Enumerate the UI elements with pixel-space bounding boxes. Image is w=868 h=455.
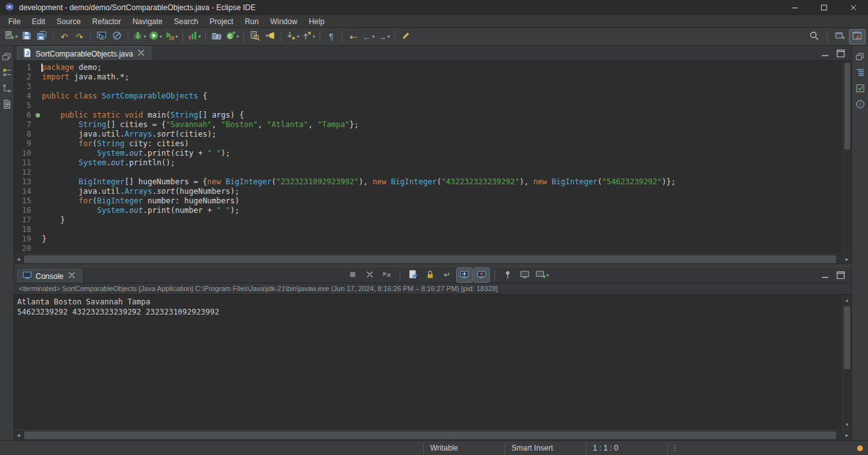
outline-button[interactable]: [855, 67, 866, 78]
coverage-dropdown-icon[interactable]: ▾: [198, 34, 201, 39]
remove-all-terminated-button[interactable]: [379, 268, 395, 282]
search-button[interactable]: [262, 30, 278, 44]
restore-right-views-button[interactable]: [855, 51, 866, 62]
line-number[interactable]: 5: [14, 101, 34, 111]
scrollbar-thumb[interactable]: [844, 63, 850, 149]
new-java-class-button[interactable]: C▾: [224, 30, 240, 44]
line-number[interactable]: 13: [14, 177, 34, 187]
help-button[interactable]: i: [855, 98, 866, 110]
line-number[interactable]: 8: [14, 130, 34, 139]
new-java-project-button[interactable]: J: [209, 30, 224, 44]
open-type-button[interactable]: [247, 30, 262, 44]
menu-window[interactable]: Window: [264, 16, 303, 27]
line-number[interactable]: 19: [14, 234, 34, 244]
line-number[interactable]: 17: [14, 215, 34, 225]
line-number[interactable]: 4: [14, 92, 34, 101]
menu-source[interactable]: Source: [51, 16, 86, 27]
window-close-button[interactable]: [839, 0, 868, 15]
open-perspective-button[interactable]: [832, 30, 848, 44]
line-number[interactable]: 15: [14, 196, 34, 206]
line-number[interactable]: 12: [14, 168, 34, 177]
open-file-button[interactable]: [1, 98, 13, 110]
notification-icon[interactable]: [857, 445, 863, 451]
forward-button[interactable]: →▾: [376, 30, 391, 44]
task-list-button[interactable]: [855, 83, 866, 94]
scroll-up-icon[interactable]: ▴: [843, 295, 851, 305]
window-minimize-button[interactable]: [780, 0, 810, 15]
minimize-view-button[interactable]: [820, 48, 831, 59]
java-perspective-button[interactable]: J: [850, 30, 865, 44]
run-button[interactable]: ▾: [147, 30, 163, 44]
menu-refactor[interactable]: Refactor: [86, 16, 126, 27]
debug-dropdown-icon[interactable]: ▾: [144, 34, 146, 39]
editor-tab-close-icon[interactable]: [136, 48, 146, 60]
menu-run[interactable]: Run: [239, 16, 264, 27]
forward-dropdown-icon[interactable]: ▾: [388, 34, 390, 39]
console-horizontal-scrollbar[interactable]: ◂ ▸: [14, 430, 851, 440]
scroll-down-icon[interactable]: ▾: [843, 419, 851, 430]
show-whitespace-button[interactable]: ¶: [323, 30, 339, 44]
back-button[interactable]: ←▾: [361, 30, 376, 44]
menu-help[interactable]: Help: [303, 16, 330, 27]
console-vertical-scrollbar[interactable]: ▴ ▾: [842, 295, 851, 430]
next-annotation-dropdown-icon[interactable]: ▾: [297, 34, 299, 39]
last-edit-location-button[interactable]: ⇠: [346, 30, 361, 44]
show-console-stdout-button[interactable]: [457, 268, 472, 282]
save-all-button[interactable]: [34, 30, 50, 44]
menu-file[interactable]: File: [3, 16, 26, 27]
maximize-view-button[interactable]: [835, 48, 846, 59]
type-hierarchy-button[interactable]: [1, 83, 13, 94]
line-number[interactable]: 18: [14, 225, 34, 234]
line-number[interactable]: 7: [14, 120, 34, 130]
menu-search[interactable]: Search: [168, 16, 204, 27]
run-dropdown-icon[interactable]: ▾: [159, 34, 162, 39]
new-java-class-dropdown-icon[interactable]: ▾: [236, 34, 239, 39]
remove-launch-button[interactable]: [362, 268, 377, 282]
run-external-tools-dropdown-icon[interactable]: ▾: [175, 34, 178, 39]
window-maximize-button[interactable]: [810, 0, 839, 15]
console-tab[interactable]: Console: [17, 269, 82, 283]
restore-left-views-button[interactable]: [1, 51, 13, 62]
line-number[interactable]: 16: [14, 206, 34, 215]
menu-project[interactable]: Project: [204, 16, 239, 27]
previous-annotation-dropdown-icon[interactable]: ▾: [313, 34, 315, 39]
code-editor[interactable]: 1package demo;2import java.math.*;34publ…: [14, 61, 843, 254]
scrollbar-thumb[interactable]: [844, 306, 850, 369]
debug-button[interactable]: ▾: [132, 30, 147, 44]
package-explorer-button[interactable]: [1, 67, 13, 78]
scrollbar-thumb[interactable]: [24, 431, 836, 439]
undo-button[interactable]: ↶: [57, 30, 72, 44]
open-console-view-button[interactable]: ▾: [534, 268, 550, 282]
line-number[interactable]: 10: [14, 149, 34, 158]
show-console-stderr-button[interactable]: [474, 268, 489, 282]
line-number[interactable]: 3: [14, 82, 34, 92]
scroll-right-icon[interactable]: ▸: [843, 430, 851, 440]
line-number[interactable]: 6: [14, 111, 34, 120]
scroll-lock-button[interactable]: [423, 268, 438, 282]
back-dropdown-icon[interactable]: ▾: [372, 34, 375, 39]
coverage-button[interactable]: ▾: [186, 30, 202, 44]
line-number[interactable]: 2: [14, 72, 34, 82]
new-wizard-button[interactable]: ▾: [3, 30, 19, 44]
run-external-tools-button[interactable]: ▾: [163, 30, 179, 44]
line-number[interactable]: 14: [14, 187, 34, 196]
new-wizard-dropdown-icon[interactable]: ▾: [15, 34, 18, 39]
pin-editor-button[interactable]: [398, 30, 414, 44]
scroll-left-icon[interactable]: ◂: [14, 430, 23, 440]
skip-all-breakpoints-button[interactable]: [109, 30, 125, 44]
console-tab-close-icon[interactable]: [67, 270, 77, 282]
open-console-button[interactable]: [94, 30, 109, 44]
redo-button[interactable]: ↷: [72, 30, 87, 44]
previous-annotation-button[interactable]: ▾: [301, 30, 316, 44]
menu-navigate[interactable]: Navigate: [126, 16, 168, 27]
console-output[interactable]: Atlanta Boston Savannah Tampa 5462323929…: [14, 295, 842, 430]
pin-console-button[interactable]: [500, 268, 515, 282]
menu-edit[interactable]: Edit: [26, 16, 51, 27]
editor-vertical-scrollbar[interactable]: [843, 61, 851, 254]
line-number[interactable]: 20: [14, 244, 34, 254]
display-selected-console-button[interactable]: [517, 268, 532, 282]
terminate-button[interactable]: [345, 268, 360, 282]
line-number[interactable]: 9: [14, 139, 34, 149]
clear-console-button[interactable]: [405, 268, 421, 282]
next-annotation-button[interactable]: ▾: [285, 30, 301, 44]
